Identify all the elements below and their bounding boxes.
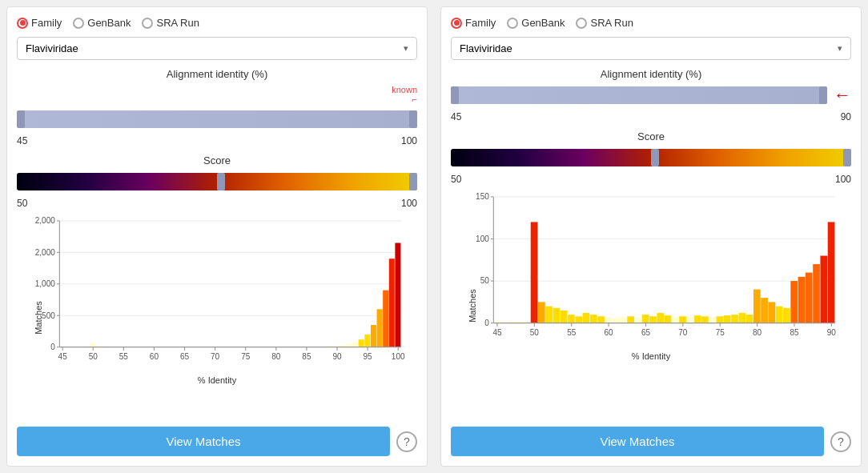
alignment-slider-container <box>451 86 827 104</box>
histogram-bar <box>665 315 672 323</box>
score-slider-left-handle[interactable] <box>651 149 659 166</box>
histogram-bar <box>753 290 761 323</box>
alignment-identity-label: Alignment identity (%) <box>17 68 417 80</box>
score-label: Score <box>17 154 417 166</box>
histogram-bar <box>724 315 731 323</box>
svg-text:150: 150 <box>476 192 489 201</box>
histogram-bar <box>820 256 827 323</box>
score-gradient-track[interactable] <box>451 149 851 166</box>
histogram-bar <box>769 302 776 323</box>
radio-family[interactable]: Family <box>451 17 496 29</box>
histogram-bar <box>364 335 370 347</box>
range-max-label: 100 <box>401 135 417 146</box>
radio-circle-sra-run <box>576 18 587 29</box>
histogram-bar <box>620 317 627 323</box>
help-button[interactable]: ? <box>396 431 417 452</box>
histogram-bar <box>553 308 561 323</box>
histogram-bar <box>359 339 364 347</box>
svg-text:75: 75 <box>716 328 725 337</box>
score-slider-right-handle[interactable] <box>843 149 851 166</box>
histogram-bar <box>672 317 679 323</box>
radio-circle-family <box>451 18 462 29</box>
score-range-labels: 50100 <box>451 174 851 185</box>
histogram-bar <box>538 302 545 323</box>
svg-text:45: 45 <box>492 328 502 337</box>
histogram-bar <box>590 315 597 323</box>
view-matches-button[interactable]: View Matches <box>451 427 824 456</box>
score-slider-right-handle[interactable] <box>409 173 417 190</box>
histogram-svg: 455055606570758085909510005001,0002,0002… <box>17 214 417 374</box>
histogram-bar <box>790 281 798 323</box>
family-dropdown[interactable]: Flaviviridae▾ <box>17 37 417 60</box>
alignment-slider-row: ← <box>451 85 851 106</box>
histogram-bar <box>701 316 709 323</box>
svg-text:1,000: 1,000 <box>35 279 55 288</box>
svg-text:70: 70 <box>678 328 688 337</box>
x-axis-label: % Identity <box>451 351 851 361</box>
alignment-slider-right-handle[interactable] <box>819 86 827 104</box>
score-gradient-track[interactable] <box>17 173 417 190</box>
panels-container: FamilyGenBankSRA RunFlaviviridae▾Alignme… <box>0 0 868 473</box>
radio-family[interactable]: Family <box>17 17 62 29</box>
svg-text:100: 100 <box>476 234 489 243</box>
histogram-bar <box>531 222 538 323</box>
help-button[interactable]: ? <box>830 431 851 452</box>
svg-text:100: 100 <box>392 352 405 361</box>
svg-text:80: 80 <box>271 352 281 361</box>
histogram-bar <box>583 313 590 323</box>
chevron-down-icon: ▾ <box>404 43 408 54</box>
histogram-bar <box>738 313 745 323</box>
svg-text:85: 85 <box>302 352 311 361</box>
family-dropdown[interactable]: Flaviviridae▾ <box>451 37 851 60</box>
alignment-slider-track[interactable] <box>17 110 417 128</box>
histogram-wrapper: Matches45505560657075808590050100150% Id… <box>451 190 851 422</box>
histogram-bar <box>783 308 790 323</box>
range-min-label: 45 <box>17 135 27 146</box>
alignment-slider-track[interactable] <box>451 86 827 104</box>
view-matches-button[interactable]: View Matches <box>17 427 390 456</box>
score-slider-left-handle[interactable] <box>217 173 225 190</box>
histogram-bar <box>746 315 753 323</box>
red-arrow-icon: ← <box>834 85 851 106</box>
radio-circle-genbank <box>73 18 84 29</box>
alignment-slider-left-handle[interactable] <box>451 86 459 104</box>
score-range-labels: 50100 <box>17 198 417 209</box>
histogram-bar <box>828 222 835 323</box>
histogram-bar <box>383 291 388 347</box>
histogram-bar <box>717 316 724 323</box>
y-axis-label: Matches <box>34 301 43 335</box>
histogram-bar <box>776 307 783 323</box>
svg-text:90: 90 <box>827 328 837 337</box>
svg-text:95: 95 <box>364 352 373 361</box>
score-min-label: 50 <box>17 198 27 209</box>
range-max-label: 90 <box>841 111 851 122</box>
alignment-range-labels: 4590 <box>451 111 851 122</box>
view-matches-row: View Matches? <box>17 427 417 456</box>
histogram-bar <box>657 313 664 323</box>
svg-text:50: 50 <box>89 352 98 361</box>
radio-group: FamilyGenBankSRA Run <box>17 17 417 29</box>
radio-sra-run[interactable]: SRA Run <box>576 17 633 29</box>
alignment-slider-left-handle[interactable] <box>17 110 25 128</box>
svg-text:0: 0 <box>50 343 55 351</box>
svg-text:50: 50 <box>530 328 540 337</box>
histogram-bar <box>395 243 400 347</box>
alignment-slider-row <box>17 109 417 130</box>
score-label: Score <box>451 130 851 142</box>
histogram-bar <box>613 318 620 323</box>
histogram-bar <box>731 315 738 323</box>
svg-text:2,000: 2,000 <box>35 248 55 257</box>
radio-circle-sra-run <box>142 18 153 29</box>
panel-left: FamilyGenBankSRA RunFlaviviridae▾Alignme… <box>6 6 428 467</box>
score-slider-container <box>451 149 851 166</box>
svg-text:75: 75 <box>241 352 251 361</box>
known-label: known⌐ <box>17 85 417 104</box>
svg-text:60: 60 <box>605 328 614 337</box>
y-axis-label: Matches <box>468 289 477 323</box>
radio-sra-run[interactable]: SRA Run <box>142 17 199 29</box>
histogram-bar <box>377 309 383 347</box>
alignment-slider-right-handle[interactable] <box>409 110 417 128</box>
radio-genbank[interactable]: GenBank <box>507 17 565 29</box>
radio-genbank[interactable]: GenBank <box>73 17 131 29</box>
alignment-range-labels: 45100 <box>17 135 417 146</box>
